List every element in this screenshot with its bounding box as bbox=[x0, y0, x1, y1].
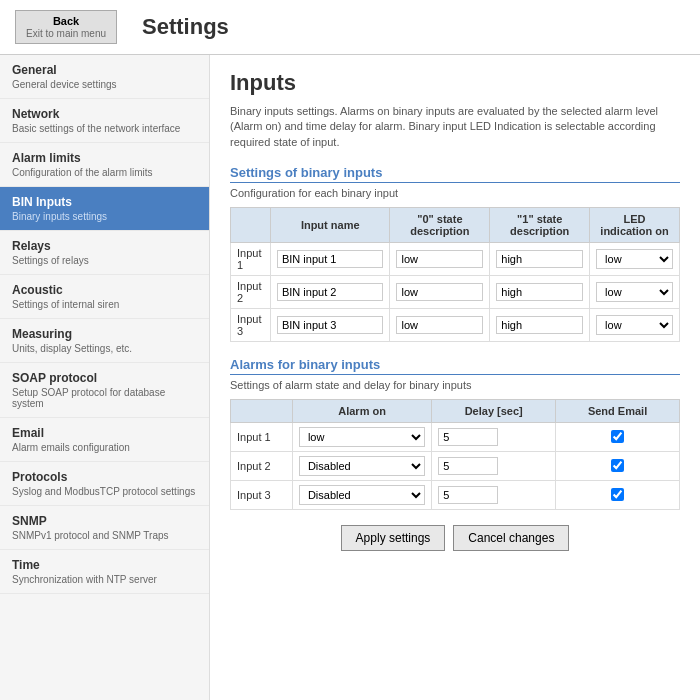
email-checkbox-2[interactable] bbox=[611, 488, 624, 501]
sidebar-sub-protocols: Syslog and ModbusTCP protocol settings bbox=[12, 486, 197, 497]
delay-field-1[interactable] bbox=[438, 457, 498, 475]
delay-field-2[interactable] bbox=[438, 486, 498, 504]
state0-field-1[interactable] bbox=[396, 283, 483, 301]
sidebar-sub-email: Alarm emails configuration bbox=[12, 442, 197, 453]
back-sub: Exit to main menu bbox=[26, 28, 106, 39]
alarm-table-row: Input 1 low high Disabled bbox=[231, 423, 680, 452]
sidebar-label-acoustic: Acoustic bbox=[12, 283, 197, 297]
sidebar-item-snmp[interactable]: SNMPSNMPv1 protocol and SNMP Traps bbox=[0, 506, 209, 550]
alarm-table-row: Input 2 low high Disabled bbox=[231, 452, 680, 481]
content-area: GeneralGeneral device settingsNetworkBas… bbox=[0, 55, 700, 700]
led-cell-1: low high bbox=[590, 276, 680, 309]
alarm-on-cell-0: low high Disabled bbox=[292, 423, 431, 452]
input-name-field-2[interactable] bbox=[277, 316, 383, 334]
email-cell-2 bbox=[556, 481, 680, 510]
sidebar-sub-bin-inputs: Binary inputs settings bbox=[12, 211, 197, 222]
sidebar-label-general: General bbox=[12, 63, 197, 77]
state1-cell-0 bbox=[490, 243, 590, 276]
main-content: Inputs Binary inputs settings. Alarms on… bbox=[210, 55, 700, 700]
th-alarm-empty bbox=[231, 400, 293, 423]
cancel-button[interactable]: Cancel changes bbox=[453, 525, 569, 551]
alarm-select-1[interactable]: low high Disabled bbox=[299, 456, 425, 476]
th-email: Send Email bbox=[556, 400, 680, 423]
state1-field-1[interactable] bbox=[496, 283, 583, 301]
input-name-field-1[interactable] bbox=[277, 283, 383, 301]
sidebar-sub-network: Basic settings of the network interface bbox=[12, 123, 197, 134]
alarm-table-row: Input 3 low high Disabled bbox=[231, 481, 680, 510]
th-state0: "0" state description bbox=[390, 208, 490, 243]
led-select-2[interactable]: low high bbox=[596, 315, 673, 335]
sidebar-item-general[interactable]: GeneralGeneral device settings bbox=[0, 55, 209, 99]
alarm-on-cell-2: low high Disabled bbox=[292, 481, 431, 510]
row-label-2: Input 3 bbox=[231, 309, 271, 342]
sidebar-item-acoustic[interactable]: AcousticSettings of internal siren bbox=[0, 275, 209, 319]
header: Back Exit to main menu Settings bbox=[0, 0, 700, 55]
state1-field-2[interactable] bbox=[496, 316, 583, 334]
binary-inputs-table: Input name "0" state description "1" sta… bbox=[230, 207, 680, 342]
alarm-row-label-0: Input 1 bbox=[231, 423, 293, 452]
sidebar-sub-snmp: SNMPv1 protocol and SNMP Traps bbox=[12, 530, 197, 541]
email-checkbox-1[interactable] bbox=[611, 459, 624, 472]
sidebar-item-measuring[interactable]: MeasuringUnits, display Settings, etc. bbox=[0, 319, 209, 363]
delay-cell-2 bbox=[432, 481, 556, 510]
email-checkbox-0[interactable] bbox=[611, 430, 624, 443]
led-select-1[interactable]: low high bbox=[596, 282, 673, 302]
state1-field-0[interactable] bbox=[496, 250, 583, 268]
page-title: Inputs bbox=[230, 70, 680, 96]
sidebar-label-relays: Relays bbox=[12, 239, 197, 253]
sidebar-item-protocols[interactable]: ProtocolsSyslog and ModbusTCP protocol s… bbox=[0, 462, 209, 506]
sidebar-item-bin-inputs[interactable]: BIN InputsBinary inputs settings bbox=[0, 187, 209, 231]
sidebar-sub-general: General device settings bbox=[12, 79, 197, 90]
settings-title: Settings bbox=[142, 14, 229, 40]
section2-title: Alarms for binary inputs bbox=[230, 357, 680, 375]
state1-cell-1 bbox=[490, 276, 590, 309]
sidebar-sub-measuring: Units, display Settings, etc. bbox=[12, 343, 197, 354]
delay-cell-1 bbox=[432, 452, 556, 481]
input-name-field-0[interactable] bbox=[277, 250, 383, 268]
sidebar-label-alarm-limits: Alarm limits bbox=[12, 151, 197, 165]
sidebar-label-network: Network bbox=[12, 107, 197, 121]
sidebar-sub-time: Synchronization with NTP server bbox=[12, 574, 197, 585]
apply-button[interactable]: Apply settings bbox=[341, 525, 446, 551]
alarm-select-0[interactable]: low high Disabled bbox=[299, 427, 425, 447]
th-state1: "1" state description bbox=[490, 208, 590, 243]
th-alarm-on: Alarm on bbox=[292, 400, 431, 423]
page-wrapper: Back Exit to main menu Settings GeneralG… bbox=[0, 0, 700, 700]
sidebar-item-time[interactable]: TimeSynchronization with NTP server bbox=[0, 550, 209, 594]
led-cell-0: low high bbox=[590, 243, 680, 276]
alarm-select-2[interactable]: low high Disabled bbox=[299, 485, 425, 505]
alarm-row-label-1: Input 2 bbox=[231, 452, 293, 481]
input-name-cell-1 bbox=[270, 276, 389, 309]
sidebar-item-relays[interactable]: RelaysSettings of relays bbox=[0, 231, 209, 275]
state0-field-0[interactable] bbox=[396, 250, 483, 268]
sidebar-label-snmp: SNMP bbox=[12, 514, 197, 528]
th-empty bbox=[231, 208, 271, 243]
sidebar-item-email[interactable]: EmailAlarm emails configuration bbox=[0, 418, 209, 462]
row-label-1: Input 2 bbox=[231, 276, 271, 309]
sidebar-item-network[interactable]: NetworkBasic settings of the network int… bbox=[0, 99, 209, 143]
sidebar-sub-alarm-limits: Configuration of the alarm limits bbox=[12, 167, 197, 178]
alarms-table: Alarm on Delay [sec] Send Email Input 1 … bbox=[230, 399, 680, 510]
delay-cell-0 bbox=[432, 423, 556, 452]
sidebar-item-soap[interactable]: SOAP protocolSetup SOAP protocol for dat… bbox=[0, 363, 209, 418]
state1-cell-2 bbox=[490, 309, 590, 342]
section1-sub: Configuration for each binary input bbox=[230, 187, 680, 199]
led-cell-2: low high bbox=[590, 309, 680, 342]
sidebar-sub-relays: Settings of relays bbox=[12, 255, 197, 266]
back-button[interactable]: Back Exit to main menu bbox=[15, 10, 117, 44]
section1-title: Settings of binary inputs bbox=[230, 165, 680, 183]
input-name-cell-0 bbox=[270, 243, 389, 276]
email-cell-1 bbox=[556, 452, 680, 481]
led-select-0[interactable]: low high bbox=[596, 249, 673, 269]
sidebar-item-alarm-limits[interactable]: Alarm limitsConfiguration of the alarm l… bbox=[0, 143, 209, 187]
table-row: Input 1 low high bbox=[231, 243, 680, 276]
table-row: Input 3 low high bbox=[231, 309, 680, 342]
email-cell-0 bbox=[556, 423, 680, 452]
state0-field-2[interactable] bbox=[396, 316, 483, 334]
sidebar-label-protocols: Protocols bbox=[12, 470, 197, 484]
sidebar-label-email: Email bbox=[12, 426, 197, 440]
page-description: Binary inputs settings. Alarms on binary… bbox=[230, 104, 680, 150]
th-delay: Delay [sec] bbox=[432, 400, 556, 423]
state0-cell-2 bbox=[390, 309, 490, 342]
delay-field-0[interactable] bbox=[438, 428, 498, 446]
